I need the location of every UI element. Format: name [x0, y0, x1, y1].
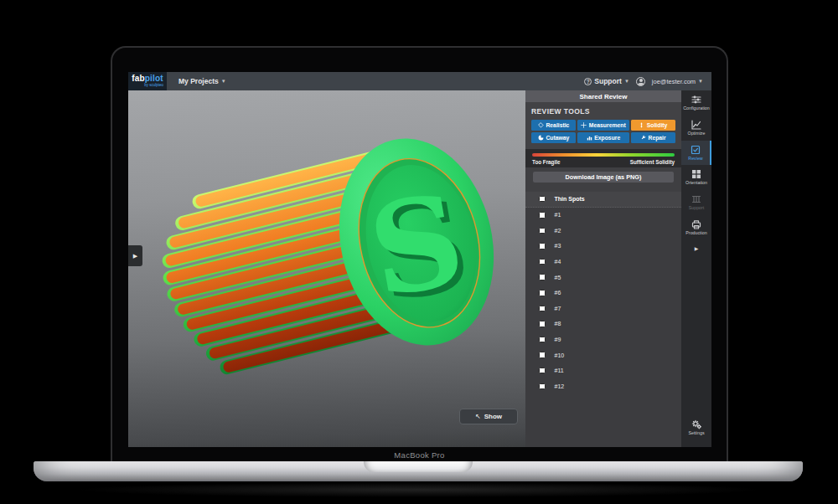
thin-spot-label: #10 [555, 352, 565, 358]
cursor-arrow-icon: ↖ [475, 413, 481, 420]
thin-spot-label: #11 [555, 368, 564, 373]
solidity-gradient-bar [532, 153, 675, 157]
account-menu[interactable]: joe@tester.com ▼ [652, 78, 703, 85]
measurement-button[interactable]: Measurement [577, 120, 628, 131]
thin-spot-row[interactable]: #11 [525, 363, 681, 378]
repair-icon [640, 135, 646, 141]
thin-spot-checkbox[interactable] [539, 228, 546, 234]
thin-spots-list: Thin Spots #1 #2 [525, 192, 681, 448]
thin-spot-label: #1 [555, 212, 561, 218]
support-menu[interactable]: ? Support▼ [584, 77, 629, 85]
3d-model-cylinder: S S [128, 90, 525, 447]
thin-spot-label: #7 [555, 306, 561, 311]
sidebar-expand-arrow[interactable]: ▶ [681, 240, 711, 256]
thin-spot-row[interactable]: #7 [525, 301, 681, 316]
thin-spot-checkbox[interactable] [539, 352, 546, 358]
chevron-down-icon: ▼ [221, 79, 226, 84]
review-panel: Shared Review REVIEW TOOLS Realistic Mea… [525, 90, 681, 447]
thin-spots-select-all-checkbox[interactable] [539, 196, 546, 203]
workflow-sidebar: Configuration Optimize Review [681, 90, 711, 447]
review-tools-title: REVIEW TOOLS [531, 107, 675, 116]
thin-spots-title: Thin Spots [555, 196, 585, 202]
app-screen: fabpilot by sculpteo My Projects▼ ? Supp… [128, 72, 711, 447]
exposure-button[interactable]: Exposure [577, 132, 628, 143]
solidity-icon [639, 122, 644, 128]
macbook-notch [364, 461, 473, 472]
thin-spot-checkbox[interactable] [539, 290, 546, 296]
account-email: joe@tester.com [652, 78, 696, 85]
chevron-down-icon: ▼ [624, 79, 629, 84]
thin-spots-header-row: Thin Spots [525, 192, 681, 208]
fabpilot-logo[interactable]: fabpilot by sculpteo [128, 72, 167, 90]
clipboard-check-icon [691, 145, 701, 155]
thin-spot-label: #8 [555, 321, 561, 327]
thin-spot-row[interactable]: #2 [525, 223, 681, 239]
macbook-lid: fabpilot by sculpteo My Projects▼ ? Supp… [111, 46, 728, 462]
sidebar-item-review[interactable]: Review [681, 141, 711, 166]
3d-viewport[interactable]: S S ▶ ↖ Show [128, 90, 525, 447]
thin-spot-checkbox[interactable] [539, 274, 546, 280]
macbook-base [34, 461, 803, 481]
triangle-right-icon: ▶ [133, 253, 137, 260]
thin-spot-row[interactable]: #3 [525, 239, 681, 255]
sidebar-item-orientation[interactable]: Orientation [681, 165, 711, 190]
sidebar-item-production[interactable]: Production [681, 215, 711, 240]
printer-icon [691, 219, 701, 229]
thin-spot-label: #3 [555, 243, 561, 249]
thin-spot-checkbox[interactable] [539, 337, 546, 343]
macbook-label: MacBook Pro [112, 450, 727, 460]
thin-spot-label: #5 [555, 275, 561, 280]
show-button[interactable]: ↖ Show [459, 409, 518, 424]
thin-spot-label: #6 [555, 290, 561, 296]
thin-spot-row[interactable]: #9 [525, 332, 681, 347]
thin-spot-label: #12 [555, 383, 565, 389]
logo-text: fabpilot [132, 75, 163, 83]
realistic-button[interactable]: Realistic [531, 120, 576, 131]
sidebar-item-support[interactable]: Support [681, 190, 711, 215]
thin-spot-checkbox[interactable] [539, 306, 546, 312]
chevron-down-icon: ▼ [698, 79, 703, 84]
review-tools-section: REVIEW TOOLS Realistic Measurement So [525, 102, 681, 149]
thin-spot-checkbox[interactable] [539, 321, 546, 327]
thin-spot-row[interactable]: #5 [525, 270, 681, 285]
thin-spot-label: #2 [555, 228, 561, 234]
sidebar-item-settings[interactable]: Settings [681, 415, 711, 440]
thin-spot-label: #4 [555, 259, 561, 265]
thin-spot-row[interactable]: #1 [525, 208, 681, 224]
logo-byline: by sculpteo [144, 84, 163, 88]
gauge-left-label: Too Fragile [532, 159, 560, 165]
blocks-grid-icon [691, 169, 701, 179]
support-structure-icon [691, 194, 701, 204]
measurement-icon [581, 122, 587, 128]
my-projects-menu[interactable]: My Projects▼ [178, 77, 226, 85]
solidity-gauge: Too Fragile Sufficient Solidity [525, 149, 681, 167]
solidity-button[interactable]: Solidity [631, 120, 675, 131]
gauge-right-label: Sufficient Solidity [630, 159, 675, 165]
left-panel-expand-handle[interactable]: ▶ [128, 245, 142, 266]
sidebar-item-optimize[interactable]: Optimize [681, 116, 711, 141]
avatar[interactable] [636, 77, 645, 86]
page-background: fabpilot by sculpteo My Projects▼ ? Supp… [0, 0, 838, 504]
thin-spot-label: #9 [555, 337, 561, 342]
shared-review-header: Shared Review [525, 90, 681, 102]
chart-line-icon [691, 120, 701, 130]
thin-spot-row[interactable]: #10 [525, 347, 681, 363]
cutaway-button[interactable]: Cutaway [531, 132, 576, 143]
thin-spot-row[interactable]: #8 [525, 316, 681, 332]
thin-spot-checkbox[interactable] [539, 368, 546, 374]
repair-button[interactable]: Repair [631, 132, 675, 143]
thin-spot-row[interactable]: #6 [525, 285, 681, 301]
download-image-button[interactable]: Download Image (as PNG) [533, 172, 674, 183]
thin-spot-checkbox[interactable] [539, 212, 546, 219]
sliders-icon [691, 95, 701, 105]
triangle-right-icon: ▶ [695, 246, 699, 251]
thin-spot-checkbox[interactable] [539, 383, 546, 390]
sidebar-item-configuration[interactable]: Configuration [681, 90, 711, 116]
realistic-icon [538, 122, 544, 128]
gears-icon [691, 419, 701, 429]
thin-spot-checkbox[interactable] [539, 259, 546, 265]
thin-spot-row[interactable]: #12 [525, 378, 681, 394]
macbook-shadow [75, 482, 763, 497]
thin-spot-checkbox[interactable] [539, 243, 546, 249]
thin-spot-row[interactable]: #4 [525, 254, 681, 270]
